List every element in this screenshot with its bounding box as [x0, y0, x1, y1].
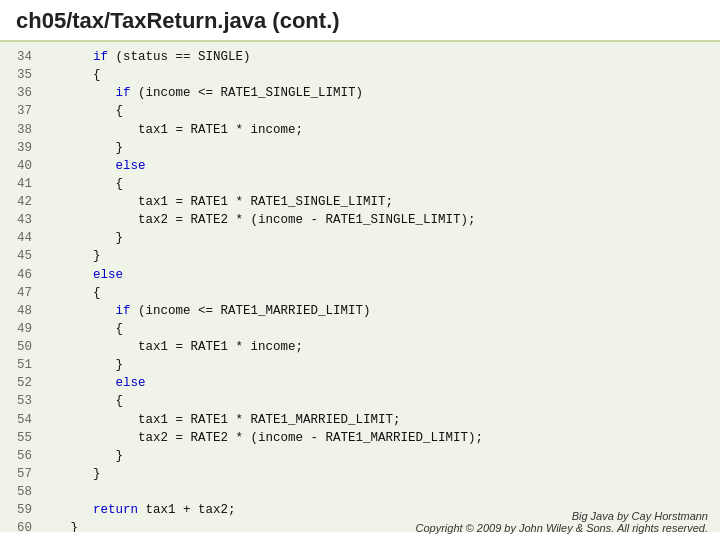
code-line: }	[48, 519, 78, 532]
table-row: 45 }	[0, 247, 720, 265]
line-number: 60	[0, 519, 48, 532]
line-number: 55	[0, 429, 48, 447]
code-line: }	[48, 229, 123, 247]
table-row: 44 }	[0, 229, 720, 247]
page-title: ch05/tax/TaxReturn.java (cont.)	[16, 8, 704, 34]
line-number: 47	[0, 284, 48, 302]
code-line: {	[48, 175, 123, 193]
code-line: tax1 = RATE1 * income;	[48, 121, 303, 139]
code-line: if (status == SINGLE)	[48, 48, 251, 66]
code-line: if (income <= RATE1_SINGLE_LIMIT)	[48, 84, 363, 102]
table-row: 42 tax1 = RATE1 * RATE1_SINGLE_LIMIT;	[0, 193, 720, 211]
line-number: 54	[0, 411, 48, 429]
line-number: 41	[0, 175, 48, 193]
title-bar: ch05/tax/TaxReturn.java (cont.)	[0, 0, 720, 42]
code-line: }	[48, 247, 101, 265]
table-row: 46 else	[0, 266, 720, 284]
footer: Big Java by Cay Horstmann Copyright © 20…	[415, 510, 708, 534]
line-number: 43	[0, 211, 48, 229]
table-row: 55 tax2 = RATE2 * (income - RATE1_MARRIE…	[0, 429, 720, 447]
code-line: {	[48, 320, 123, 338]
line-number: 59	[0, 501, 48, 519]
table-row: 43 tax2 = RATE2 * (income - RATE1_SINGLE…	[0, 211, 720, 229]
line-number: 36	[0, 84, 48, 102]
code-table: 34 if (status == SINGLE)35 {36 if (incom…	[0, 48, 720, 532]
line-number: 56	[0, 447, 48, 465]
line-number: 49	[0, 320, 48, 338]
table-row: 52 else	[0, 374, 720, 392]
code-line: tax1 = RATE1 * RATE1_MARRIED_LIMIT;	[48, 411, 401, 429]
line-number: 34	[0, 48, 48, 66]
code-line: tax2 = RATE2 * (income - RATE1_MARRIED_L…	[48, 429, 483, 447]
code-line: {	[48, 392, 123, 410]
table-row: 58	[0, 483, 720, 501]
line-number: 58	[0, 483, 48, 501]
table-row: 56 }	[0, 447, 720, 465]
code-line: else	[48, 157, 146, 175]
table-row: 57 }	[0, 465, 720, 483]
code-line: return tax1 + tax2;	[48, 501, 236, 519]
line-number: 53	[0, 392, 48, 410]
table-row: 37 {	[0, 102, 720, 120]
table-row: 51 }	[0, 356, 720, 374]
line-number: 46	[0, 266, 48, 284]
code-line: }	[48, 447, 123, 465]
line-number: 57	[0, 465, 48, 483]
table-row: 47 {	[0, 284, 720, 302]
table-row: 41 {	[0, 175, 720, 193]
line-number: 45	[0, 247, 48, 265]
code-line: {	[48, 284, 101, 302]
code-line: {	[48, 66, 101, 84]
table-row: 49 {	[0, 320, 720, 338]
table-row: 48 if (income <= RATE1_MARRIED_LIMIT)	[0, 302, 720, 320]
line-number: 52	[0, 374, 48, 392]
code-line: else	[48, 266, 123, 284]
code-line: }	[48, 465, 101, 483]
code-line: if (income <= RATE1_MARRIED_LIMIT)	[48, 302, 371, 320]
table-row: 36 if (income <= RATE1_SINGLE_LIMIT)	[0, 84, 720, 102]
line-number: 38	[0, 121, 48, 139]
code-area: 34 if (status == SINGLE)35 {36 if (incom…	[0, 42, 720, 532]
line-number: 51	[0, 356, 48, 374]
table-row: 53 {	[0, 392, 720, 410]
code-line: }	[48, 356, 123, 374]
line-number: 39	[0, 139, 48, 157]
line-number: 44	[0, 229, 48, 247]
line-number: 42	[0, 193, 48, 211]
table-row: 39 }	[0, 139, 720, 157]
table-row: 34 if (status == SINGLE)	[0, 48, 720, 66]
footer-line1: Big Java by Cay Horstmann	[415, 510, 708, 522]
code-line: tax2 = RATE2 * (income - RATE1_SINGLE_LI…	[48, 211, 476, 229]
code-line: tax1 = RATE1 * RATE1_SINGLE_LIMIT;	[48, 193, 393, 211]
line-number: 37	[0, 102, 48, 120]
code-line: {	[48, 102, 123, 120]
table-row: 38 tax1 = RATE1 * income;	[0, 121, 720, 139]
line-number: 48	[0, 302, 48, 320]
footer-line2: Copyright © 2009 by John Wiley & Sons. A…	[415, 522, 708, 534]
line-number: 50	[0, 338, 48, 356]
code-line: else	[48, 374, 146, 392]
table-row: 54 tax1 = RATE1 * RATE1_MARRIED_LIMIT;	[0, 411, 720, 429]
table-row: 50 tax1 = RATE1 * income;	[0, 338, 720, 356]
table-row: 35 {	[0, 66, 720, 84]
line-number: 40	[0, 157, 48, 175]
code-line: tax1 = RATE1 * income;	[48, 338, 303, 356]
table-row: 40 else	[0, 157, 720, 175]
line-number: 35	[0, 66, 48, 84]
code-line: }	[48, 139, 123, 157]
